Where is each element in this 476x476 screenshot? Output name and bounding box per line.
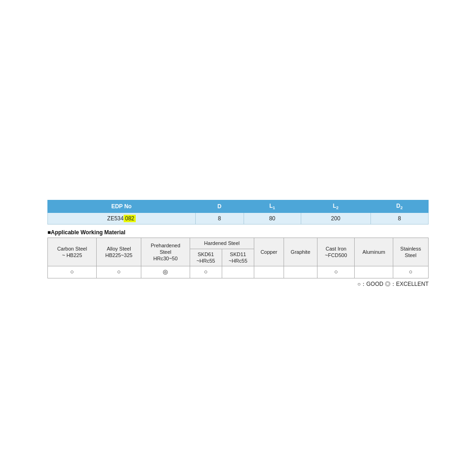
d2-cell: 8 xyxy=(370,213,428,225)
content-block: EDP No D L1 L2 D2 ZE534082 8 80 200 8 xyxy=(47,200,429,288)
copper-header: Copper xyxy=(254,238,284,266)
l1-col-header: L1 xyxy=(244,200,301,213)
stainless-steel-header: StainlessSteel xyxy=(393,238,428,266)
material-data-row: ○ ○ ◎ ○ ○ ○ xyxy=(48,266,429,278)
carbon-steel-cell: ○ xyxy=(48,266,97,278)
edp-no-highlight: 082 xyxy=(124,215,136,222)
alloy-steel-cell: ○ xyxy=(96,266,141,278)
alloy-steel-header: Alloy SteelHB225~325 xyxy=(96,238,141,266)
l2-col-header: L2 xyxy=(301,200,370,213)
graphite-header: Graphite xyxy=(284,238,317,266)
graphite-cell xyxy=(284,266,317,278)
d2-col-header: D2 xyxy=(370,200,428,213)
page-wrapper: EDP No D L1 L2 D2 ZE534082 8 80 200 8 xyxy=(0,0,476,476)
carbon-steel-header: Carbon Steel~ HB225 xyxy=(48,238,97,266)
l2-cell: 200 xyxy=(301,213,370,225)
copper-cell xyxy=(254,266,284,278)
edp-col-header: EDP No xyxy=(48,200,196,213)
prehardened-cell: ◎ xyxy=(141,266,190,278)
stainless-steel-cell: ○ xyxy=(393,266,428,278)
skd11-cell xyxy=(222,266,254,278)
edp-table: EDP No D L1 L2 D2 ZE534082 8 80 200 8 xyxy=(47,200,429,225)
cast-iron-cell: ○ xyxy=(317,266,355,278)
aluminum-header: Aluminum xyxy=(355,238,393,266)
aluminum-cell xyxy=(355,266,393,278)
legend-text: ○：GOOD ◎：EXCELLENT xyxy=(357,281,429,287)
legend-row: ○：GOOD ◎：EXCELLENT xyxy=(47,280,429,288)
skd11-header: SKD11~HRc55 xyxy=(222,249,254,266)
table-row: ZE534082 8 80 200 8 xyxy=(48,213,429,225)
edp-no-text: ZE534 xyxy=(107,215,124,222)
skd61-cell: ○ xyxy=(190,266,222,278)
prehardened-header: PrehardenedSteelHRc30~50 xyxy=(141,238,190,266)
d-col-header: D xyxy=(195,200,244,213)
edp-no-cell: ZE534082 xyxy=(48,213,196,225)
l1-cell: 80 xyxy=(244,213,301,225)
d-cell: 8 xyxy=(195,213,244,225)
hardened-steel-header: Hardened Steel xyxy=(190,238,254,249)
cast-iron-header: Cast Iron~FCD500 xyxy=(317,238,355,266)
section-title: ■Applicable Working Material xyxy=(47,229,429,236)
material-header-row-1: Carbon Steel~ HB225 Alloy SteelHB225~325… xyxy=(48,238,429,249)
skd61-header: SKD61~HRc55 xyxy=(190,249,222,266)
material-table: Carbon Steel~ HB225 Alloy SteelHB225~325… xyxy=(47,238,429,278)
